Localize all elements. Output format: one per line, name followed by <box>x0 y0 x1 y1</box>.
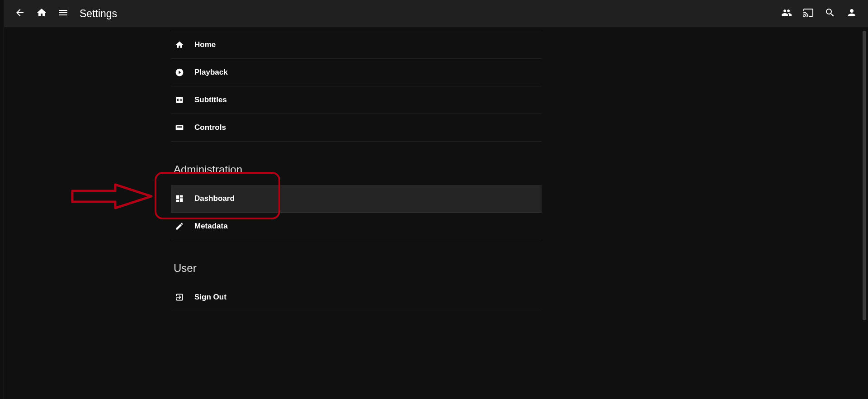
settings-item-label: Sign Out <box>194 293 226 302</box>
settings-item-signout[interactable]: Sign Out <box>171 284 542 311</box>
settings-item-playback[interactable]: Playback <box>171 59 542 86</box>
edit-icon <box>175 221 184 231</box>
home-button[interactable] <box>31 3 52 24</box>
page-title: Settings <box>80 8 117 20</box>
syncplay-button[interactable] <box>776 3 797 24</box>
search-button[interactable] <box>819 3 841 24</box>
settings-panel: Home Playback Subtitles Controls Adminis… <box>171 31 542 311</box>
settings-item-label: Dashboard <box>194 194 235 203</box>
settings-item-label: Playback <box>194 68 228 77</box>
settings-item-label: Subtitles <box>194 95 227 104</box>
section-header-administration: Administration <box>171 163 542 176</box>
scrollbar-thumb[interactable] <box>863 31 866 320</box>
dashboard-icon <box>175 194 184 204</box>
closed-caption-icon <box>175 95 184 105</box>
user-button[interactable] <box>841 3 863 24</box>
scrollbar[interactable] <box>861 27 866 399</box>
people-icon <box>781 7 792 20</box>
settings-item-home[interactable]: Home <box>171 31 542 59</box>
back-button[interactable] <box>9 3 31 24</box>
cast-icon <box>803 7 814 20</box>
menu-button[interactable] <box>52 3 74 24</box>
settings-item-metadata[interactable]: Metadata <box>171 213 542 240</box>
section-header-user: User <box>171 262 542 275</box>
keyboard-icon <box>175 123 184 133</box>
person-icon <box>846 7 857 20</box>
top-bar: Settings <box>4 0 868 27</box>
settings-item-dashboard[interactable]: Dashboard <box>171 185 542 213</box>
settings-item-subtitles[interactable]: Subtitles <box>171 86 542 114</box>
settings-item-label: Home <box>194 40 216 49</box>
arrow-back-icon <box>14 7 25 20</box>
settings-item-controls[interactable]: Controls <box>171 114 542 142</box>
content-area: Home Playback Subtitles Controls Adminis… <box>4 27 868 399</box>
play-circle-icon <box>175 67 184 77</box>
search-icon <box>825 7 835 20</box>
home-icon <box>36 7 47 20</box>
home-icon <box>175 40 184 50</box>
settings-item-label: Controls <box>194 123 226 132</box>
menu-icon <box>58 7 69 20</box>
settings-item-label: Metadata <box>194 222 228 231</box>
cast-button[interactable] <box>797 3 819 24</box>
exit-icon <box>175 292 184 302</box>
